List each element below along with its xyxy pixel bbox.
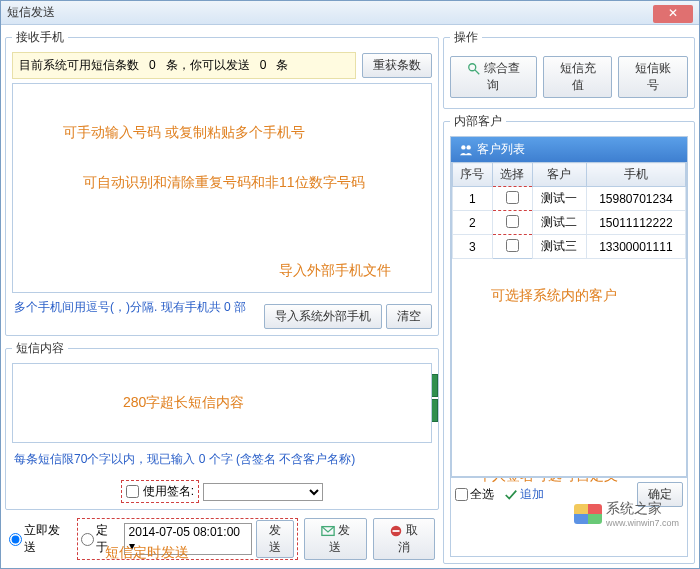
windows-logo-icon (574, 504, 602, 524)
append-label: 追加 (520, 486, 544, 503)
quota-prefix: 目前系统可用短信条数 (19, 58, 139, 72)
scheduled-send-button[interactable]: 发送 (256, 520, 294, 558)
operations-group: 操作 综合查询 短信充值 短信账号 (443, 29, 695, 109)
signature-select[interactable] (203, 483, 323, 501)
cell-customer: 测试二 (532, 211, 586, 235)
customers-legend: 内部客户 (450, 113, 506, 130)
receive-phone-group: 接收手机 目前系统可用短信条数 0 条，你可以发送 0 条 重获条数 可手动输入… (5, 29, 439, 336)
quota-mid: 条，你可以发送 (166, 58, 250, 72)
quota-sendcount: 0 (260, 58, 267, 72)
query-button[interactable]: 综合查询 (450, 56, 537, 98)
signature-box: 使用签名: (121, 480, 199, 503)
cell-seq: 1 (453, 187, 493, 211)
check-icon (504, 488, 518, 502)
account-button[interactable]: 短信账号 (618, 56, 688, 98)
immediate-radio[interactable]: 立即发送 (9, 522, 71, 556)
row-checkbox[interactable] (506, 239, 519, 252)
list-title: 客户列表 (477, 141, 525, 158)
quota-info: 目前系统可用短信条数 0 条，你可以发送 0 条 (12, 52, 356, 79)
cell-phone: 15980701234 (586, 187, 685, 211)
customer-list-header: 客户列表 (451, 137, 687, 162)
scheduled-radio-input[interactable] (81, 533, 94, 546)
use-signature-label: 使用签名: (143, 483, 194, 500)
people-icon (459, 143, 473, 157)
wm-text1: 系统之家 (606, 500, 679, 518)
col-customer: 客户 (532, 163, 586, 187)
svg-point-5 (461, 145, 465, 149)
refresh-quota-button[interactable]: 重获条数 (362, 53, 432, 78)
mail-icon (321, 524, 335, 538)
svg-point-3 (468, 64, 475, 71)
append-link[interactable]: 追加 (504, 486, 544, 503)
right-column: 操作 综合查询 短信充值 短信账号 内部客户 客户列表 (443, 29, 695, 564)
hint-280chars: 280字超长短信内容 (123, 394, 244, 412)
cell-phone: 15011112222 (586, 211, 685, 235)
customers-panel: 客户列表 序号 选择 客户 手机 (450, 136, 688, 557)
body: 接收手机 目前系统可用短信条数 0 条，你可以发送 0 条 重获条数 可手动输入… (1, 25, 699, 568)
immediate-radio-input[interactable] (9, 533, 22, 546)
sms-content-group: 短信内容 存为模板 短信模板 可保存为模版 大量短信模版 280字超长短信内容 … (5, 340, 439, 510)
query-label: 综合查询 (484, 61, 520, 92)
datetime-value: 2014-07-05 08:01:00 (129, 525, 240, 539)
phone-input-area[interactable]: 可手动输入号码 或复制粘贴多个手机号 可自动识别和清除重复号码和非11位数字号码… (12, 83, 432, 293)
svg-rect-2 (393, 530, 400, 532)
select-customer-note: 可选择系统内的客户 (491, 287, 617, 305)
hint-auto-dedup: 可自动识别和清除重复号码和非11位数字号码 (83, 174, 365, 192)
col-seq: 序号 (453, 163, 493, 187)
timer-note: 短信定时发送 (105, 544, 189, 562)
cell-customer: 测试一 (532, 187, 586, 211)
clear-button[interactable]: 清空 (386, 304, 432, 329)
char-limit-label: 每条短信限70个字以内，现已输入 0 个字 (含签名 不含客户名称) (12, 443, 432, 474)
search-icon (467, 62, 481, 76)
cell-phone: 13300001111 (586, 235, 685, 259)
cell-select (492, 187, 532, 211)
receive-legend: 接收手机 (12, 29, 68, 46)
ops-legend: 操作 (450, 29, 482, 46)
hint-manual-input: 可手动输入号码 或复制粘贴多个手机号 (63, 124, 305, 142)
cell-seq: 2 (453, 211, 493, 235)
table-row[interactable]: 1测试一15980701234 (453, 187, 686, 211)
cell-seq: 3 (453, 235, 493, 259)
sms-content-textarea[interactable]: 280字超长短信内容 (12, 363, 432, 443)
hint-import-file: 导入外部手机文件 (279, 262, 391, 280)
signature-row: 使用签名: (12, 474, 432, 503)
app-window: 短信发送 ✕ 接收手机 目前系统可用短信条数 0 条，你可以发送 0 条 重获条… (0, 0, 700, 569)
col-select: 选择 (492, 163, 532, 187)
customer-table: 序号 选择 客户 手机 1测试一159807012342测试二150111122… (452, 162, 686, 259)
quota-row: 目前系统可用短信条数 0 条，你可以发送 0 条 重获条数 (12, 52, 432, 79)
internal-customers-group: 内部客户 客户列表 序号 选择 客户 (443, 113, 695, 564)
row-checkbox[interactable] (506, 191, 519, 204)
send-button[interactable]: 发送 (304, 518, 366, 560)
svg-line-4 (475, 70, 479, 74)
select-all-checkbox[interactable] (455, 488, 468, 501)
send-options-row: 立即发送 定于 2014-07-05 08:01:00 ▾ 发送 短信定时发送 (5, 514, 439, 564)
select-all-label: 全选 (470, 486, 494, 503)
window-title: 短信发送 (7, 4, 55, 21)
left-column: 接收手机 目前系统可用短信条数 0 条，你可以发送 0 条 重获条数 可手动输入… (5, 29, 439, 564)
select-all[interactable]: 全选 (455, 486, 494, 503)
table-row[interactable]: 2测试二15011112222 (453, 211, 686, 235)
use-signature-checkbox[interactable] (126, 485, 139, 498)
cell-customer: 测试三 (532, 235, 586, 259)
cancel-icon (389, 524, 403, 538)
import-external-button[interactable]: 导入系统外部手机 (264, 304, 382, 329)
content-legend: 短信内容 (12, 340, 68, 357)
table-scroll[interactable]: 序号 选择 客户 手机 1测试一159807012342测试二150111122… (451, 162, 687, 477)
titlebar: 短信发送 ✕ (1, 1, 699, 25)
wm-text2: www.winwin7.com (606, 518, 679, 528)
row-checkbox[interactable] (506, 215, 519, 228)
cell-select (492, 235, 532, 259)
quota-count: 0 (149, 58, 156, 72)
close-button[interactable]: ✕ (653, 5, 693, 23)
cancel-button[interactable]: 取消 (373, 518, 435, 560)
svg-point-6 (466, 145, 470, 149)
immediate-label: 立即发送 (24, 522, 71, 556)
watermark: 系统之家 www.winwin7.com (574, 500, 679, 528)
quota-suffix: 条 (276, 58, 288, 72)
cell-select (492, 211, 532, 235)
table-row[interactable]: 3测试三13300001111 (453, 235, 686, 259)
col-phone: 手机 (586, 163, 685, 187)
recharge-button[interactable]: 短信充值 (543, 56, 613, 98)
